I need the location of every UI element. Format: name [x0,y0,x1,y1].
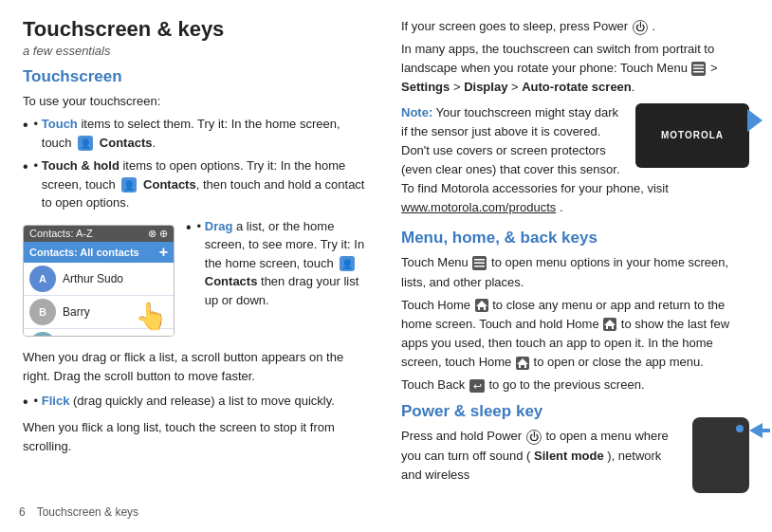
contact-row-1: A Arthur Sudo [24,263,174,296]
menu-icon-1 [690,61,707,77]
back-icon: ↩ [469,378,486,394]
touchscreen-intro: To use your touchscreen: [23,92,371,111]
silent-mode: Silent mode [534,449,604,463]
svg-text:👤: 👤 [123,179,136,192]
term-touchhold: Touch & hold [42,158,119,173]
rotate-intro: In many apps, the touchscreen can switch… [401,40,749,97]
svg-rect-11 [474,259,485,261]
bullet-text-2: Touch & hold items to open options. Try … [42,156,371,212]
back-text: Touch Back ↩ to go to the previous scree… [401,376,749,394]
svg-rect-8 [693,68,704,70]
bullet-icon: • [34,115,42,134]
svg-rect-13 [474,266,485,267]
svg-text:👤: 👤 [341,258,354,270]
flick-bullet-text: Flick (drag quickly and release) a list … [42,392,335,411]
right-column: If your screen goes to sleep, press Powe… [401,17,749,515]
sleep-intro: If your screen goes to sleep, press Powe… [401,17,749,36]
contact-name-1: Arthur Sudo [63,272,123,285]
contact-name-2: Barry [63,305,90,319]
contacts-icon-1: 👤 [77,135,94,152]
drag-list-item: • Drag a list, or the home screen, to se… [186,217,371,310]
power-text: Press and hold Power ⏻ to open a menu wh… [401,427,749,493]
bullet-icon: • [197,217,205,236]
list-item: • Touch & hold items to open options. Tr… [23,156,371,212]
contacts-header: Contacts: A-Z ⊗ ⊕ [24,226,174,242]
bullet-icon: • [34,156,42,175]
footer-label: Touchscreen & keys [37,505,138,519]
avatar-1: A [29,266,56,292]
term-flick: Flick [42,394,70,408]
home-icon-3 [515,356,530,371]
footer: 6 Touchscreen & keys [19,505,138,519]
power-icon-2: ⏻ [526,430,542,445]
main-page: Touchscreen & keys a few essentials Touc… [0,0,772,532]
sleep-arrow [749,423,770,444]
flick-list-item: • Flick (drag quickly and release) a lis… [23,392,371,413]
bullet-icon: • [34,392,42,411]
contacts-image: Contacts: A-Z ⊗ ⊕ Contacts: All contacts… [23,225,175,337]
phone-sleep-image [692,417,749,493]
svg-text:↩: ↩ [472,380,481,392]
section-touchscreen: Touchscreen [23,67,371,86]
motorola-arrow [747,109,763,132]
contacts-image-block: Contacts: A-Z ⊗ ⊕ Contacts: All contacts… [23,217,175,342]
note-section: MOTOROLA Note: Your touchscreen might st… [401,103,749,222]
list-item: • Touch items to select them. Try it: In… [23,115,371,152]
page-subtitle: a few essentials [23,44,371,58]
left-column: Touchscreen & keys a few essentials Touc… [23,17,371,515]
drag-section: Contacts: A-Z ⊗ ⊕ Contacts: All contacts… [23,217,371,348]
home-icon-2 [602,317,617,332]
svg-rect-12 [474,263,485,265]
drag-note: When you drag or flick a list, a scroll … [23,348,371,386]
page-title: Touchscreen & keys [23,17,371,42]
term-touch: Touch [42,117,78,131]
svg-rect-7 [693,64,704,66]
flick-note: When you flick a long list, touch the sc… [23,418,371,456]
svg-text:👤: 👤 [80,138,92,150]
contacts-icon-2: 👤 [120,176,138,193]
avatar-2: B [29,299,56,325]
power-button-indicator [736,425,744,432]
bullet-list: • Touch items to select them. Try it: In… [23,115,371,212]
home-text: Touch Home to close any menu or app and … [401,296,749,373]
hand-icon: 👆 [135,301,168,332]
bullet-text-1: Touch items to select them. Try it: In t… [42,115,371,152]
menu-icon-2 [471,255,487,271]
menu-text: Touch Menu to open menu options in your … [401,253,749,291]
motorola-url[interactable]: www.motorola.com/products [401,200,556,214]
motorola-logo-text: MOTOROLA [661,130,724,140]
home-icon-1 [474,298,489,313]
power-icon-1: ⏻ [633,20,648,35]
contacts-icon-3: 👤 [339,255,356,272]
footer-page: 6 [19,505,26,519]
contacts-all-header: Contacts: All contacts + [24,242,174,263]
svg-rect-9 [693,71,704,73]
drag-bullet-text: Drag a list, or the home screen, to see … [205,217,371,310]
term-drag: Drag [205,219,233,233]
avatar-3: J [29,332,56,337]
section-menu-keys: Menu, home, & back keys [401,229,749,248]
motorola-image: MOTOROLA [635,103,749,168]
flick-bullet-list: • Flick (drag quickly and release) a lis… [23,392,371,413]
note-label: Note: [401,105,432,119]
svg-marker-22 [749,423,770,438]
